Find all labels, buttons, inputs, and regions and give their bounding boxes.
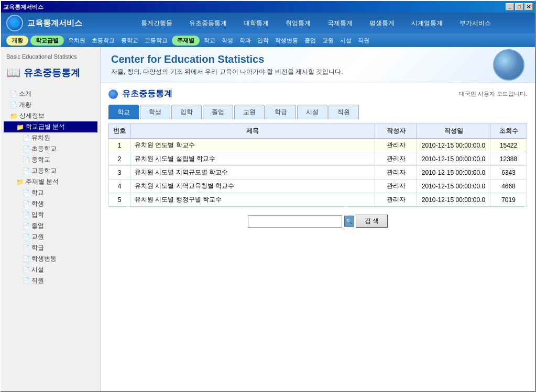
sidebar-item-intro[interactable]: 📄 소개 [4,88,97,99]
col-header-views: 조회수 [490,124,527,139]
title-bar-controls: _ □ ✕ [506,3,533,10]
sidebar-item-grade-analysis[interactable]: 📁 학교급별 분석 [4,121,97,132]
col-header-date: 작성일 [417,124,490,139]
sidebar-item-school[interactable]: 📄 학교 [4,187,97,198]
sub-nav-link-kindergarten[interactable]: 유치원 [66,36,87,46]
doc-icon: 📄 [23,211,30,218]
cell-date: 2010-12-15 00:00:00.0 [417,139,490,152]
sub-nav-link-student[interactable]: 학생 [220,36,235,46]
cell-date: 2010-12-15 00:00:00.0 [417,193,490,207]
nav-item-university[interactable]: 대학통계 [235,15,277,32]
sidebar-item-middle[interactable]: 📄 중학교 [4,154,97,165]
sidebar-item-staff[interactable]: 📄 직원 [4,275,97,286]
search-input[interactable] [248,215,342,228]
section-header: 유초중등통계 대국민 사용자 모드입니다. [108,88,527,99]
doc-icon: 📄 [23,255,30,262]
sidebar-item-dev[interactable]: 📄 개황 [4,99,97,110]
sidebar-item-kindergarten[interactable]: 📄 유치원 [4,132,97,143]
nav-item-lifelong[interactable]: 평생통계 [361,15,403,32]
table-row[interactable]: 1 유치원 연도별 학교수 관리자 2010-12-15 00:00:00.0 … [109,139,527,152]
sub-nav-link-staff[interactable]: 직원 [356,36,371,46]
sub-nav-link-graduation[interactable]: 졸업 [302,36,318,46]
doc-icon: 📄 [23,233,30,240]
doc-icon: 📄 [23,266,30,273]
logo-icon: 🌐 [6,15,23,31]
sub-nav-link-facility[interactable]: 시설 [338,36,354,46]
tab-school[interactable]: 학교 [108,105,139,119]
sidebar-item-teacher[interactable]: 📄 교원 [4,231,97,242]
nav-item-stats[interactable]: 통계간행물 [133,15,181,32]
table-row[interactable]: 2 유치원 시도별 설립별 학교수 관리자 2010-12-15 00:00:0… [109,152,527,166]
col-header-num: 번호 [109,124,130,139]
main-window: 교육통계서비스 _ □ ✕ 🌐 교육통계서비스 통계간행물 유초중등통계 대학통… [0,0,536,392]
sub-nav-link-elementary[interactable]: 초등학교 [90,36,117,46]
table-row[interactable]: 4 유치원 시도별 지역교육청별 학교수 관리자 2010-12-15 00:0… [109,180,527,193]
table-row[interactable]: 5 유치원 시도별 행정구별 학교수 관리자 2010-12-15 00:00:… [109,193,527,207]
sidebar-item-student[interactable]: 📄 학생 [4,198,97,209]
nav-item-international[interactable]: 국제통계 [319,15,361,32]
tab-facility[interactable]: 시설 [297,105,327,119]
folder-icon: 📁 [16,124,24,131]
tab-admission[interactable]: 입학 [171,105,202,119]
sidebar-item-subject-analysis[interactable]: 📁 주재별 분석 [4,176,97,187]
cell-title[interactable]: 유치원 시도별 행정구별 학교수 [130,193,375,207]
cell-title[interactable]: 유치원 시도별 지역규모별 학교수 [130,166,375,180]
sidebar-item-detail[interactable]: 📁 상세정보 [4,110,97,121]
tab-staff[interactable]: 직원 [329,105,359,119]
content-section: 유초중등통계 대국민 사용자 모드입니다. 학교 학생 입학 졸업 교원 학급 … [101,83,535,391]
nav-item-employment[interactable]: 취업통계 [277,15,319,32]
section-title: 유초중등통계 [122,88,172,99]
banner-subtitle: 자율, 창의, 다양성의 기조 위에서 우리 교육이 나아가야 할 비전을 제시… [111,68,524,76]
sidebar-item-facility[interactable]: 📄 시설 [4,264,97,275]
doc-icon: 📄 [10,91,17,97]
sub-nav-link-transfer[interactable]: 학생변동 [273,36,300,46]
doc-icon: 📄 [23,277,30,284]
doc-icon: 📄 [23,244,30,251]
cell-title[interactable]: 유치원 연도별 학교수 [130,139,375,152]
table-row[interactable]: 3 유치원 시도별 지역규모별 학교수 관리자 2010-12-15 00:00… [109,166,527,180]
tab-teacher[interactable]: 교원 [234,105,265,119]
nav-menu: 통계간행물 유초중등통계 대학통계 취업통계 국제통계 평생통계 시계열통계 부… [102,15,530,32]
search-bar: 🔍 검 색 [108,215,527,228]
sidebar-item-admission[interactable]: 📄 입학 [4,209,97,220]
cell-title[interactable]: 유치원 시도별 지역교육청별 학교수 [130,180,375,193]
sidebar-item-transfer[interactable]: 📄 학생변동 [4,253,97,264]
cell-views: 7019 [490,193,527,207]
sub-nav-link-admission[interactable]: 입학 [255,36,271,46]
sub-nav-active-grade[interactable]: 학교급별 [30,36,64,46]
search-button[interactable]: 검 색 [356,215,388,228]
sub-nav-link-high[interactable]: 고등학교 [143,36,170,46]
sub-nav-pill-overview[interactable]: 개황 [6,36,28,46]
cell-title[interactable]: 유치원 시도별 설립별 학교수 [130,152,375,166]
folder-icon: 📁 [16,178,24,186]
maximize-button[interactable]: □ [515,3,523,10]
sub-nav-active-subject[interactable]: 주제별 [172,36,200,46]
sub-nav-link-middle[interactable]: 중학교 [119,36,140,46]
cell-num: 3 [109,166,130,180]
cell-views: 15422 [490,139,527,152]
minimize-button[interactable]: _ [506,3,514,10]
cell-views: 12388 [490,152,527,166]
cell-num: 5 [109,193,130,207]
sidebar-item-graduation[interactable]: 📄 졸업 [4,220,97,231]
nav-item-timeseries[interactable]: 시계열통계 [403,15,451,32]
nav-item-extra[interactable]: 부가서비스 [451,15,499,32]
banner-title: Center for Education Statistics [111,53,524,65]
cell-author: 관리자 [375,139,417,152]
tab-class[interactable]: 학급 [266,105,296,119]
sidebar-item-high[interactable]: 📄 고등학교 [4,165,97,176]
title-bar-title: 교육통계서비스 [3,3,506,11]
main-layout: Basic Educational Statistics 📖 유초중등통계 📄 … [1,47,535,391]
tab-graduation[interactable]: 졸업 [203,105,233,119]
cell-date: 2010-12-15 00:00:00.0 [417,166,490,180]
sub-nav-link-school[interactable]: 학교 [202,36,217,46]
sub-nav-link-teacher[interactable]: 교원 [320,36,336,46]
nav-item-elementary[interactable]: 유초중등통계 [181,15,235,32]
window-title: 교육통계서비스 [3,3,43,11]
sub-nav-link-dept[interactable]: 학과 [237,36,253,46]
cell-author: 관리자 [375,193,417,207]
sidebar-item-class[interactable]: 📄 학급 [4,242,97,253]
sidebar-item-elementary[interactable]: 📄 초등학교 [4,143,97,154]
close-button[interactable]: ✕ [524,3,533,10]
tab-student[interactable]: 학생 [140,105,170,119]
